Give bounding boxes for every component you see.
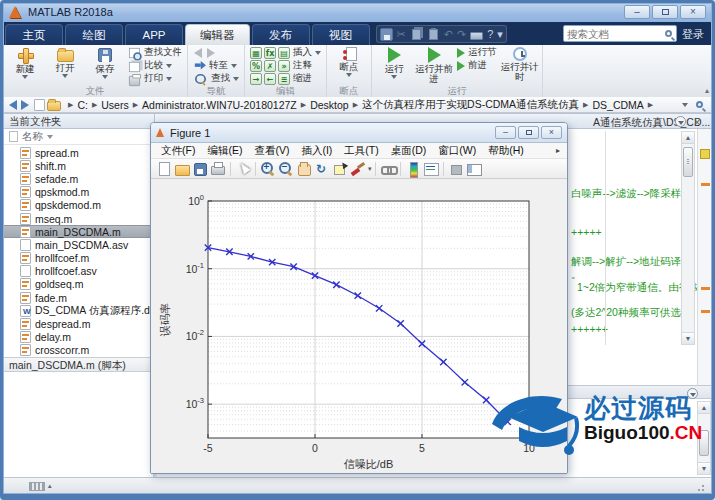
collapse-ribbon-icon[interactable]: ▴ — [705, 86, 709, 95]
open-file-icon[interactable] — [174, 161, 190, 177]
ribbon-comment-set-button[interactable]: %✗»注释 — [248, 59, 323, 72]
paste-icon[interactable] — [429, 29, 438, 40]
comment-icon[interactable]: » — [278, 60, 290, 72]
indent-icon[interactable]: ≡ — [278, 73, 290, 85]
resize-grip-icon[interactable] — [697, 482, 706, 491]
file-row[interactable]: hrollfcoef.asv — [3, 265, 153, 278]
tab-APP[interactable]: APP — [125, 24, 183, 45]
ribbon-goto-button[interactable]: 转至 — [191, 59, 241, 72]
breadcrumb-segment[interactable]: Desktop — [310, 99, 349, 111]
figure-restore-button[interactable] — [518, 126, 539, 139]
doc-search-input[interactable] — [564, 28, 665, 40]
minimize-button[interactable]: – — [624, 5, 650, 19]
warning-mark[interactable] — [701, 310, 710, 313]
busy-indicator-icon[interactable] — [29, 482, 45, 491]
close-button[interactable]: × — [680, 5, 706, 19]
file-row[interactable]: crosscorr.m — [3, 344, 153, 357]
editor-vscroll-thumb[interactable] — [683, 147, 693, 177]
help-icon[interactable]: ? — [487, 27, 493, 41]
figure-close-button[interactable]: × — [541, 126, 562, 139]
figure-menu-D[interactable]: 桌面(D) — [385, 144, 433, 158]
scroll-up-icon[interactable]: ▲ — [682, 132, 694, 144]
new-file-icon[interactable] — [156, 161, 172, 177]
tab-发布[interactable]: 发布 — [252, 24, 310, 45]
ribbon-run-time-button[interactable]: 运行并计时 — [501, 46, 539, 81]
editor-menu-icon[interactable] — [675, 116, 686, 127]
figure-menu-V[interactable]: 查看(V) — [248, 144, 295, 158]
file-details-bar[interactable]: main_DSCDMA.m (脚本) — [3, 357, 153, 372]
current-folder-header[interactable]: 当前文件夹 — [3, 113, 155, 129]
ribbon-compare-button[interactable]: 比较 — [126, 59, 184, 72]
file-row[interactable]: fade.m — [3, 291, 153, 304]
back-icon[interactable] — [9, 100, 17, 110]
tab-主页[interactable]: 主页 — [5, 24, 63, 45]
ribbon-print-button[interactable]: 打印 — [126, 72, 184, 85]
file-row[interactable]: spread.m — [3, 146, 153, 159]
browse-folder-icon[interactable] — [47, 101, 61, 111]
up-folder-icon[interactable] — [34, 99, 45, 111]
ribbon-open-button[interactable]: 打开 — [46, 46, 84, 78]
figure-menu-E[interactable]: 编辑(E) — [201, 144, 248, 158]
breadcrumb-segment[interactable]: Administrator.WIN7U-20180127Z — [142, 99, 297, 111]
busy-expand-icon[interactable]: ▴ — [48, 482, 52, 490]
tab-编辑器[interactable]: 编辑器 — [185, 24, 250, 45]
print-figure-icon[interactable] — [210, 161, 226, 177]
breadcrumb-segment[interactable]: 这个仿真程序用于实现DS-CDMA通信系统仿真 — [362, 98, 579, 112]
figure-menu-F[interactable]: 文件(F) — [155, 144, 201, 158]
restore-button[interactable] — [652, 5, 678, 19]
address-search-icon[interactable] — [696, 101, 703, 108]
file-row[interactable]: DS_CDMA 仿真源程序.doc — [3, 304, 153, 317]
breadcrumb-segment[interactable]: C: — [77, 99, 88, 111]
ribbon-breakpoints-button[interactable]: 断点 — [330, 46, 368, 77]
zoom-in-icon[interactable]: + — [260, 161, 276, 177]
scroll-down-icon[interactable]: ▼ — [682, 332, 694, 344]
file-row[interactable]: delay.m — [3, 331, 153, 344]
insert-legend-icon[interactable] — [423, 161, 439, 177]
comment-icon[interactable]: % — [250, 60, 262, 72]
zoom-out-icon[interactable]: − — [278, 161, 294, 177]
pan-icon[interactable] — [296, 161, 312, 177]
save-icon[interactable] — [380, 28, 393, 41]
cut-icon[interactable]: ✂ — [397, 27, 406, 41]
forward-icon[interactable] — [21, 100, 29, 110]
warning-mark[interactable] — [701, 287, 710, 290]
figure-titlebar[interactable]: Figure 1 – × — [151, 123, 567, 143]
edit-plot-icon[interactable] — [235, 161, 251, 177]
file-row[interactable]: sefade.m — [3, 172, 153, 185]
insert-colorbar-icon[interactable] — [405, 161, 421, 177]
data-cursor-icon[interactable] — [332, 161, 348, 177]
file-row[interactable]: qpskmod.m — [3, 186, 153, 199]
file-row[interactable]: shift.m — [3, 159, 153, 172]
hide-plot-tools-icon[interactable] — [448, 161, 464, 177]
ribbon-indent-set-button[interactable]: →←≡缩进 — [248, 72, 323, 85]
ribbon-run-section-button[interactable]: 运行节 — [455, 46, 499, 59]
file-row[interactable]: main_DSCDMA.m — [3, 225, 153, 238]
ribbon-new-script-button[interactable]: 新建 — [6, 46, 44, 79]
editor-close-icon[interactable]: × — [694, 115, 700, 130]
file-row[interactable]: main_DSCDMA.asv — [3, 238, 153, 251]
address-dropdown-icon[interactable] — [682, 103, 688, 107]
name-column-header[interactable]: 名称 — [3, 129, 153, 145]
figure-minimize-button[interactable]: – — [495, 126, 516, 139]
breadcrumb-segment[interactable]: DS_CDMA — [592, 99, 643, 111]
warning-mark[interactable] — [701, 183, 710, 186]
file-row[interactable]: qpskdemod.m — [3, 199, 153, 212]
link-plot-icon[interactable] — [380, 161, 396, 177]
file-row[interactable]: despread.m — [3, 317, 153, 330]
ribbon-advance-button[interactable]: 前进 — [455, 59, 499, 72]
breadcrumb-segment[interactable]: Users — [101, 99, 128, 111]
file-row[interactable]: hrollfcoef.m — [3, 252, 153, 265]
brush-dropdown-icon[interactable]: ▾ — [368, 165, 372, 173]
editor-vscrollbar[interactable]: ▲ ▼ — [681, 131, 695, 345]
insert-icon[interactable]: ▤ — [278, 47, 290, 59]
copy-icon[interactable] — [412, 29, 421, 40]
rotate-3d-icon[interactable] — [314, 161, 330, 177]
ribbon-run-button[interactable]: 运行 — [375, 46, 413, 79]
redo-icon[interactable]: ↷ — [457, 27, 466, 41]
file-row[interactable]: mseq.m — [3, 212, 153, 225]
tab-绘图[interactable]: 绘图 — [65, 24, 123, 45]
menubar-overflow-icon[interactable]: ▸ — [556, 146, 563, 155]
comment-icon[interactable]: ✗ — [264, 60, 276, 72]
insert-icon[interactable]: ▦ — [250, 47, 262, 59]
help-dropdown-icon[interactable]: ▾ — [497, 27, 503, 41]
